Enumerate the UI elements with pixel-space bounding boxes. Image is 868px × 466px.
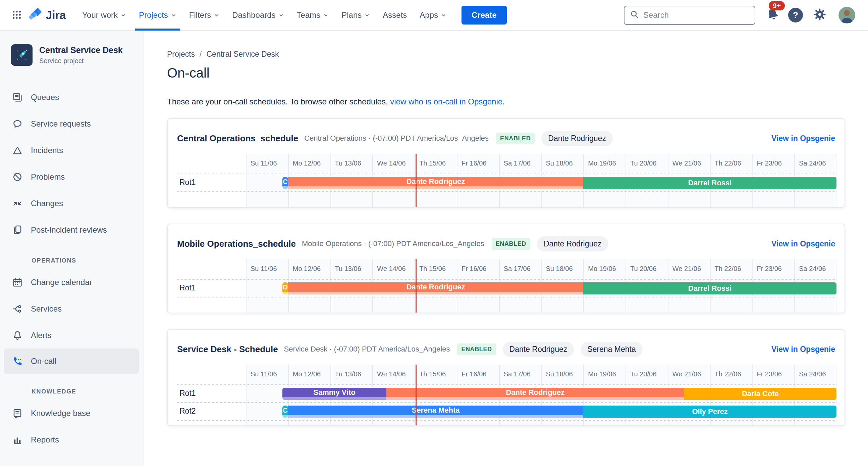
- sidebar-item-knowledge-base[interactable]: Knowledge base: [0, 400, 144, 427]
- sidebar-section-operations: OPERATIONS: [0, 257, 144, 264]
- day-label: Mo 19/06: [584, 154, 625, 167]
- user-avatar[interactable]: [838, 7, 855, 24]
- settings-button[interactable]: [812, 7, 828, 23]
- opsgenie-browse-link[interactable]: view who is on-call in Opsgenie: [390, 97, 502, 106]
- sidebar-item-label: Knowledge base: [31, 409, 90, 418]
- oncall-bar[interactable]: Darrel Rossi: [583, 282, 836, 294]
- nav-item-apps[interactable]: Apps: [413, 0, 453, 31]
- nav-item-projects[interactable]: Projects: [132, 0, 183, 31]
- jira-logo[interactable]: Jira: [28, 7, 66, 23]
- sidebar-item-label: Changes: [31, 199, 63, 208]
- oncall-person-chip[interactable]: Dante Rodriguez: [503, 342, 574, 357]
- nav-item-label: Dashboards: [232, 10, 275, 20]
- breadcrumb-project-name[interactable]: Central Service Desk: [206, 50, 279, 59]
- oncall-bar[interactable]: Dante Rodriguez: [288, 282, 584, 294]
- top-nav: Jira Your workProjectsFiltersDashboardsT…: [0, 0, 868, 31]
- oncall-chip[interactable]: C: [282, 406, 288, 418]
- breadcrumb-projects[interactable]: Projects: [167, 50, 195, 59]
- day-label: Tu 20/06: [626, 365, 668, 378]
- oncall-person-chip[interactable]: Dante Rodriguez: [541, 131, 613, 146]
- view-in-opsgenie-link[interactable]: View in Opsgenie: [771, 239, 835, 249]
- schedule-card-mobile-operations-schedule: Mobile Operations_scheduleMobile Operati…: [167, 224, 845, 313]
- oncall-bar-label: Darla Cote: [684, 388, 836, 400]
- oncall-bar[interactable]: Dante Rodriguez: [386, 388, 684, 400]
- rotation-label: Rot1: [180, 384, 243, 402]
- sidebar-item-label: Change calendar: [31, 278, 92, 287]
- schedule-name: Mobile Operations_schedule: [177, 239, 296, 249]
- sidebar-item-problems[interactable]: Problems: [0, 164, 144, 190]
- day-label: Mo 19/06: [584, 259, 625, 272]
- oncall-bar-label: Dante Rodriguez: [288, 177, 584, 186]
- project-header[interactable]: Central Service Desk Service project: [0, 44, 144, 66]
- oncall-bar[interactable]: Darla Cote: [684, 388, 836, 400]
- day-label: Th 22/06: [711, 259, 752, 272]
- view-in-opsgenie-link[interactable]: View in Opsgenie: [771, 345, 835, 354]
- app-switcher-button[interactable]: [9, 7, 25, 23]
- search-input[interactable]: [643, 10, 744, 20]
- view-in-opsgenie-link[interactable]: View in Opsgenie: [771, 134, 835, 143]
- breadcrumb-separator: /: [199, 50, 202, 59]
- nav-item-dashboards[interactable]: Dashboards: [226, 0, 290, 31]
- sidebar-item-changes[interactable]: Changes: [0, 190, 144, 216]
- bell-icon: [765, 17, 780, 23]
- nav-item-label: Teams: [297, 10, 321, 20]
- sidebar-item-services[interactable]: Services: [0, 295, 144, 322]
- schedule-card-header: Service Desk - ScheduleService Desk · (-…: [177, 330, 835, 365]
- nav-item-your-work[interactable]: Your work: [76, 0, 132, 31]
- create-button[interactable]: Create: [462, 6, 507, 25]
- chevron-down-icon: [214, 12, 219, 18]
- sidebar-item-label: Post-incident reviews: [31, 225, 107, 235]
- sidebar-item-reports[interactable]: Reports: [0, 427, 144, 453]
- oncall-bar[interactable]: Dante Rodriguez: [288, 177, 584, 189]
- help-button[interactable]: ?: [787, 7, 804, 23]
- oncall-bar-label: D: [282, 282, 288, 292]
- day-label: Sa 17/06: [500, 154, 541, 167]
- day-label: Sa 24/06: [795, 154, 836, 167]
- nav-item-teams[interactable]: Teams: [290, 0, 335, 31]
- sidebar-item-queues[interactable]: Queues: [0, 84, 144, 111]
- day-label: Mo 12/06: [289, 154, 330, 167]
- notifications-button[interactable]: 9+: [765, 7, 780, 23]
- sidebar-item-service-requests[interactable]: Service requests: [0, 111, 144, 137]
- day-label: Sa 17/06: [500, 259, 541, 272]
- sidebar-nav: QueuesService requestsIncidentsProblemsC…: [0, 84, 144, 453]
- sidebar-item-alerts[interactable]: Alerts: [0, 322, 144, 349]
- schedule-card-header: Mobile Operations_scheduleMobile Operati…: [177, 224, 835, 259]
- day-label: Th 22/06: [711, 365, 752, 378]
- page-description: These are your on-call schedules. To bro…: [167, 97, 845, 107]
- oncall-bar[interactable]: Serena Mehta: [288, 406, 584, 418]
- status-badge: ENABLED: [492, 238, 530, 250]
- oncall-bar[interactable]: Sammy Vito: [282, 388, 386, 400]
- row-separator: [177, 384, 836, 385]
- notification-count-badge: 9+: [769, 1, 785, 10]
- sidebar-item-incidents[interactable]: Incidents: [0, 137, 144, 164]
- day-label: Fr 23/06: [753, 259, 794, 272]
- oncall-person-chip[interactable]: Dante Rodriguez: [537, 236, 609, 252]
- oncall-bar-label: Dante Rodriguez: [288, 282, 584, 292]
- day-label: We 14/06: [373, 365, 414, 378]
- services-icon: [12, 303, 23, 314]
- global-search[interactable]: [624, 6, 755, 25]
- oncall-person-chip[interactable]: Serena Mehta: [581, 342, 642, 357]
- day-label: We 14/06: [373, 154, 414, 167]
- oncall-bar[interactable]: Olly Perez: [583, 406, 836, 418]
- chevron-down-icon: [441, 12, 446, 18]
- nav-item-label: Apps: [420, 10, 438, 20]
- nav-item-assets[interactable]: Assets: [376, 0, 413, 31]
- sidebar-item-post-incident-reviews[interactable]: Post-incident reviews: [0, 216, 144, 243]
- oncall-chip[interactable]: D: [282, 282, 288, 294]
- oncall-bar-label: C: [282, 406, 288, 415]
- sidebar-item-on-call[interactable]: On-call: [4, 349, 139, 374]
- day-label: Mo 19/06: [584, 365, 625, 378]
- schedule-card-central-operations-schedule: Central Operations_scheduleCentral Opera…: [167, 118, 845, 208]
- schedule-meta: Central Operations · (-07:00) PDT Americ…: [304, 134, 489, 143]
- schedule-name: Central Operations_schedule: [177, 133, 298, 144]
- schedule-meta: Service Desk · (-07:00) PDT America/Los_…: [284, 345, 450, 353]
- oncall-chip[interactable]: C: [282, 177, 288, 189]
- sidebar-item-change-calendar[interactable]: Change calendar: [0, 269, 144, 295]
- nav-item-plans[interactable]: Plans: [335, 0, 376, 31]
- oncall-bar[interactable]: Darrel Rossi: [583, 177, 836, 189]
- day-label: Su 11/06: [247, 154, 288, 167]
- nav-item-filters[interactable]: Filters: [183, 0, 226, 31]
- schedule-card-header: Central Operations_scheduleCentral Opera…: [177, 119, 835, 154]
